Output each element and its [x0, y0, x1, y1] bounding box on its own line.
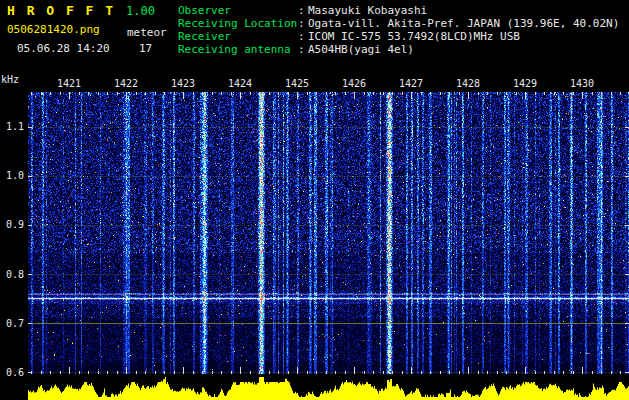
station-info-panel: Observer:Masayuki Kobayashi Receiving Lo… — [178, 4, 619, 56]
time-tick-label: 1422 — [112, 78, 140, 89]
info-separator: : — [298, 4, 308, 17]
datetime-label: 05.06.28 14:20 — [17, 42, 110, 55]
info-label: Receiver — [178, 30, 298, 43]
time-tick-label: 1423 — [169, 78, 197, 89]
app-version: 1.00 — [126, 4, 155, 18]
info-row-antenna: Receiving antenna:A504HB(yagi 4el) — [178, 43, 619, 56]
time-tick-label: 1426 — [340, 78, 368, 89]
info-row-receiver: Receiver:ICOM IC-575 53.7492(8LCD)MHz US… — [178, 30, 619, 43]
freq-tick-label: 0.9 — [2, 219, 24, 230]
info-separator: : — [298, 17, 308, 30]
time-tick-label: 1421 — [55, 78, 83, 89]
freq-tick-label: 0.7 — [2, 318, 24, 329]
info-value: ICOM IC-575 53.7492(8LCD)MHz USB — [308, 30, 520, 43]
signal-strength-canvas — [28, 376, 629, 400]
hrofft-screen: H R O F F T 1.00 0506281420.png meteor 0… — [0, 0, 629, 400]
freq-tick-label: 0.6 — [2, 367, 24, 378]
spectrogram-canvas — [28, 92, 629, 374]
mode-label: meteor — [127, 26, 167, 39]
time-tick-label: 1428 — [454, 78, 482, 89]
info-row-location: Receiving Location:Ogata-vill. Akita-Pre… — [178, 17, 619, 30]
time-tick-label: 1425 — [283, 78, 311, 89]
time-tick-label: 1427 — [397, 78, 425, 89]
info-separator: : — [298, 43, 308, 56]
freq-axis-unit: kHz — [1, 74, 19, 85]
freq-tick-label: 1.0 — [2, 170, 24, 181]
time-tick-label: 1424 — [226, 78, 254, 89]
info-label: Receiving antenna — [178, 43, 298, 56]
info-label: Receiving Location — [178, 17, 298, 30]
app-title: H R O F F T — [7, 3, 115, 18]
info-separator: : — [298, 30, 308, 43]
freq-tick-label: 0.8 — [2, 269, 24, 280]
meteor-count: 17 — [139, 42, 152, 55]
file-name: 0506281420.png — [7, 23, 100, 36]
info-value: Masayuki Kobayashi — [308, 4, 427, 17]
info-row-observer: Observer:Masayuki Kobayashi — [178, 4, 619, 17]
time-tick-label: 1429 — [511, 78, 539, 89]
info-value: Ogata-vill. Akita-Pref. JAPAN (139.96E, … — [308, 17, 619, 30]
info-label: Observer — [178, 4, 298, 17]
freq-tick-label: 1.1 — [2, 121, 24, 132]
info-value: A504HB(yagi 4el) — [308, 43, 414, 56]
time-tick-label: 1430 — [568, 78, 596, 89]
